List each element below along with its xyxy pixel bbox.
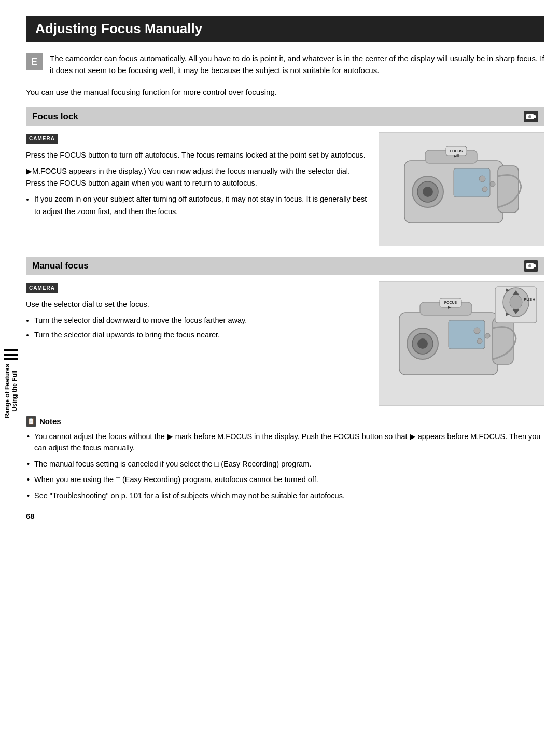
manual-focus-bullet2: Turn the selector dial upwards to bring … <box>34 329 368 341</box>
sidebar-text: Range of Features Using the Full <box>4 364 19 418</box>
note-item-4: See "Troubleshooting" on p. 101 for a li… <box>26 490 544 501</box>
page: Range of Features Using the Full Adjusti… <box>0 16 560 748</box>
page-number: 68 <box>26 512 544 520</box>
svg-point-30 <box>485 333 490 338</box>
sidebar: Range of Features Using the Full <box>0 301 22 467</box>
note-item-3: When you are using the □ (Easy Recording… <box>26 474 544 485</box>
svg-point-13 <box>479 176 485 182</box>
manual-focus-icon <box>524 260 538 272</box>
svg-text:▶/II: ▶/II <box>448 305 454 309</box>
notes-title: 📋 Notes <box>26 416 544 427</box>
manual-focus-content: CAMERA Use the selector dial to set the … <box>26 281 544 406</box>
svg-text:PUSH: PUSH <box>524 297 535 302</box>
notes-list: You cannot adjust the focus without the … <box>26 431 544 501</box>
intro-text: The camcorder can focus automatically. A… <box>50 52 544 77</box>
intro-section: E The camcorder can focus automatically.… <box>26 52 544 77</box>
focus-lock-header: Focus lock <box>26 107 544 126</box>
svg-text:▶/II: ▶/II <box>454 154 459 158</box>
focus-lock-bullet1: If you zoom in on your subject after tur… <box>34 193 368 217</box>
svg-point-1 <box>528 115 531 118</box>
manual-focus-bullets: Turn the selector dial downward to move … <box>34 315 368 341</box>
svg-point-17 <box>528 264 531 267</box>
manual-focus-text: CAMERA Use the selector dial to set the … <box>26 281 368 406</box>
manual-focus-intro: You can use the manual focusing function… <box>26 86 544 98</box>
notes-section: 📋 Notes You cannot adjust the focus with… <box>26 416 544 501</box>
svg-point-31 <box>477 338 482 344</box>
svg-rect-2 <box>534 115 536 118</box>
svg-text:FOCUS: FOCUS <box>444 301 457 304</box>
camcorder-image-2: FOCUS ▶/II <box>379 281 544 406</box>
focus-lock-bullets: If you zoom in on your subject after tur… <box>34 193 368 217</box>
svg-point-34 <box>510 295 522 309</box>
focus-lock-para1: Press the FOCUS button to turn off autof… <box>26 149 368 161</box>
focus-lock-para2: ▶M.FOCUS appears in the display.) You ca… <box>26 165 368 189</box>
svg-rect-18 <box>534 264 536 267</box>
svg-point-14 <box>490 181 495 187</box>
svg-text:FOCUS: FOCUS <box>450 149 463 153</box>
sidebar-label: Range of Features Using the Full <box>4 364 19 418</box>
focus-lock-content: CAMERA Press the FOCUS button to turn of… <box>26 132 544 246</box>
sidebar-decoration <box>4 349 18 360</box>
svg-point-6 <box>423 187 433 197</box>
svg-point-22 <box>417 338 428 349</box>
manual-focus-header: Manual focus <box>26 257 544 275</box>
svg-point-15 <box>482 187 487 192</box>
camera-badge-2: CAMERA <box>26 283 58 293</box>
svg-rect-7 <box>454 168 490 197</box>
focus-lock-title: Focus lock <box>32 111 78 122</box>
svg-rect-28 <box>493 318 513 364</box>
focus-lock-text: CAMERA Press the FOCUS button to turn of… <box>26 132 368 246</box>
note-item-1: You cannot adjust the focus without the … <box>26 431 544 454</box>
svg-point-29 <box>474 328 480 334</box>
note-item-2: The manual focus setting is canceled if … <box>26 458 544 470</box>
page-title: Adjusting Focus Manually <box>26 16 544 42</box>
manual-focus-main: Use the selector dial to set the focus. <box>26 299 368 311</box>
camcorder-image-1: FOCUS ▶/II <box>379 132 544 246</box>
svg-rect-12 <box>498 166 519 213</box>
camera-badge-1: CAMERA <box>26 134 58 144</box>
manual-focus-bullet1: Turn the selector dial downward to move … <box>34 315 368 327</box>
main-content: Adjusting Focus Manually E The camcorder… <box>26 16 544 541</box>
e-badge: E <box>26 53 43 70</box>
manual-focus-title: Manual focus <box>32 261 89 271</box>
focus-lock-icon <box>524 111 538 122</box>
notes-icon: 📋 <box>26 416 36 427</box>
svg-rect-23 <box>449 320 485 349</box>
